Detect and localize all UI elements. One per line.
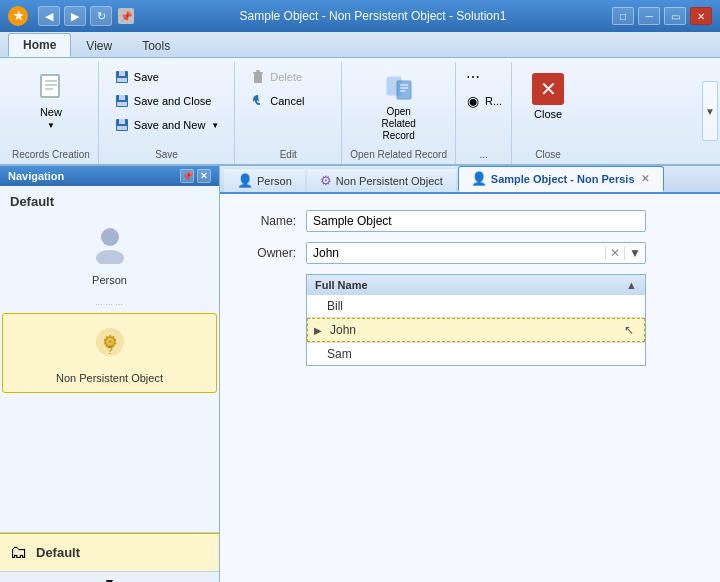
svg-text:?: ? bbox=[107, 345, 113, 356]
cancel-button[interactable]: Cancel bbox=[243, 90, 333, 112]
records-creation-label: Records Creation bbox=[12, 147, 90, 164]
nav-item-non-persistent-object[interactable]: ⚙ ? Non Persistent Object bbox=[2, 313, 217, 393]
open-related-record-button[interactable]: Open RelatedRecord bbox=[371, 66, 427, 147]
non-persistent-tab-icon: ⚙ bbox=[320, 173, 332, 188]
app-logo: ★ bbox=[8, 6, 28, 26]
sam-label: Sam bbox=[327, 347, 352, 361]
sample-tab-label: Sample Object - Non Persis bbox=[491, 173, 635, 185]
tab-person[interactable]: 👤 Person bbox=[224, 168, 305, 192]
cancel-label: Cancel bbox=[270, 95, 304, 107]
r-label: R... bbox=[485, 95, 502, 107]
default-label: Default bbox=[36, 545, 80, 560]
owner-dropdown-list: Full Name ▲ Bill ▶ John ↖ Sam bbox=[306, 274, 646, 366]
save-new-icon bbox=[114, 117, 130, 133]
ribbon-group-open-related-inner: Open RelatedRecord bbox=[371, 66, 427, 147]
svg-rect-17 bbox=[397, 81, 411, 99]
john-arrow: ▶ bbox=[314, 325, 322, 336]
nav-pin-button[interactable]: 📌 bbox=[180, 169, 194, 183]
title-bar-nav: ◀ ▶ ↻ bbox=[38, 6, 112, 26]
save-and-close-button[interactable]: Save and Close bbox=[107, 90, 226, 112]
nav-back-button[interactable]: ◀ bbox=[38, 6, 60, 26]
edit-buttons: Delete Cancel bbox=[243, 66, 333, 112]
nav-scroll-down[interactable]: ▼ bbox=[0, 571, 219, 582]
save-close-label: Save and Close bbox=[134, 95, 212, 107]
r-button[interactable]: ◉ R... bbox=[458, 90, 509, 112]
ribbon: New ▼ Records Creation Save bbox=[0, 58, 720, 166]
main-area: Navigation 📌 ✕ Default Person ⋯⋯⋯ bbox=[0, 166, 720, 582]
tab-sample-close-button[interactable]: ✕ bbox=[639, 173, 651, 184]
restore-button[interactable]: ▭ bbox=[664, 7, 686, 25]
save-icon bbox=[114, 69, 130, 85]
ribbon-group-more-inner: ⋯ ◉ R... bbox=[458, 66, 509, 147]
owner-input[interactable] bbox=[307, 243, 605, 263]
ribbon-group-save: Save Save and Close bbox=[99, 62, 235, 164]
tab-sample-object[interactable]: 👤 Sample Object - Non Persis ✕ bbox=[458, 166, 664, 192]
nav-item-person[interactable]: Person bbox=[2, 215, 217, 295]
minimize-button[interactable]: ─ bbox=[638, 7, 660, 25]
ribbon-scroll-down[interactable]: ▼ bbox=[702, 81, 718, 141]
ribbon-group-close-inner: ✕ Close bbox=[520, 66, 576, 147]
r-icon: ◉ bbox=[465, 93, 481, 109]
close-red-icon: ✕ bbox=[532, 73, 564, 105]
nav-header-buttons: 📌 ✕ bbox=[180, 169, 211, 183]
svg-rect-9 bbox=[117, 102, 127, 106]
save-button[interactable]: Save bbox=[107, 66, 226, 88]
more-group-label: ... bbox=[479, 147, 487, 164]
new-record-button[interactable]: New ▼ bbox=[23, 66, 79, 135]
bill-label: Bill bbox=[327, 299, 343, 313]
title-bar-left: ★ ◀ ▶ ↻ 📌 bbox=[8, 6, 134, 26]
dropdown-scroll[interactable]: ▲ bbox=[626, 279, 637, 291]
nav-divider-dots: ⋯⋯⋯ bbox=[95, 300, 125, 309]
person-nav-label: Person bbox=[92, 274, 127, 286]
name-input[interactable] bbox=[306, 210, 646, 232]
default-folder-icon: 🗂 bbox=[10, 542, 28, 563]
delete-label: Delete bbox=[270, 71, 302, 83]
dropdown-item-john[interactable]: ▶ John ↖ bbox=[307, 318, 645, 342]
nav-bottom-default-item[interactable]: 🗂 Default bbox=[0, 533, 219, 571]
nav-title: Navigation bbox=[8, 170, 64, 182]
cursor-indicator: ↖ bbox=[624, 323, 634, 337]
ribbon-group-open-related: Open RelatedRecord Open Related Record bbox=[342, 62, 456, 164]
tab-view[interactable]: View bbox=[71, 34, 127, 57]
name-label: Name: bbox=[236, 214, 296, 228]
name-row: Name: bbox=[236, 210, 704, 232]
more-icon: ⋯ bbox=[465, 69, 481, 85]
ribbon-group-more: ⋯ ◉ R... ... bbox=[456, 62, 512, 164]
more-buttons: ⋯ ◉ R... bbox=[458, 66, 509, 112]
dropdown-header: Full Name ▲ bbox=[307, 275, 645, 295]
tab-non-persistent-object[interactable]: ⚙ Non Persistent Object bbox=[307, 168, 456, 192]
nav-divider: ⋯⋯⋯ bbox=[10, 301, 209, 307]
owner-input-container: ✕ ▼ bbox=[306, 242, 646, 264]
close-group-label: Close bbox=[535, 147, 561, 164]
owner-clear-button[interactable]: ✕ bbox=[605, 246, 624, 260]
tab-tools[interactable]: Tools bbox=[127, 34, 185, 57]
open-related-group-label: Open Related Record bbox=[350, 147, 447, 164]
navigation-panel: Navigation 📌 ✕ Default Person ⋯⋯⋯ bbox=[0, 166, 220, 582]
close-button[interactable]: ✕ Close bbox=[520, 66, 576, 126]
save-close-icon bbox=[114, 93, 130, 109]
delete-button[interactable]: Delete bbox=[243, 66, 333, 88]
svg-rect-11 bbox=[119, 119, 125, 124]
svg-rect-13 bbox=[254, 74, 262, 83]
nav-header: Navigation 📌 ✕ bbox=[0, 166, 219, 186]
maximize-icon[interactable]: □ bbox=[612, 7, 634, 25]
close-window-button[interactable]: ✕ bbox=[690, 7, 712, 25]
svg-rect-15 bbox=[256, 70, 260, 72]
save-and-new-button[interactable]: Save and New ▼ bbox=[107, 114, 226, 136]
ribbon-group-records-creation: New ▼ Records Creation bbox=[4, 62, 99, 164]
close-red-bg: ✕ bbox=[532, 73, 564, 105]
nav-refresh-button[interactable]: ↻ bbox=[90, 6, 112, 26]
owner-dropdown-button[interactable]: ▼ bbox=[624, 246, 645, 260]
nav-close-button[interactable]: ✕ bbox=[197, 169, 211, 183]
person-nav-icon bbox=[90, 224, 130, 271]
tab-home[interactable]: Home bbox=[8, 33, 71, 57]
edit-group-label: Edit bbox=[280, 147, 297, 164]
dropdown-item-sam[interactable]: Sam bbox=[307, 343, 645, 365]
nav-forward-button[interactable]: ▶ bbox=[64, 6, 86, 26]
svg-rect-12 bbox=[117, 126, 127, 130]
dropdown-item-bill[interactable]: Bill bbox=[307, 295, 645, 317]
title-bar: ★ ◀ ▶ ↻ 📌 Sample Object - Non Persistent… bbox=[0, 0, 720, 32]
more-options-button[interactable]: ⋯ bbox=[458, 66, 509, 88]
save-group-label: Save bbox=[155, 147, 178, 164]
save-new-label: Save and New bbox=[134, 119, 206, 131]
